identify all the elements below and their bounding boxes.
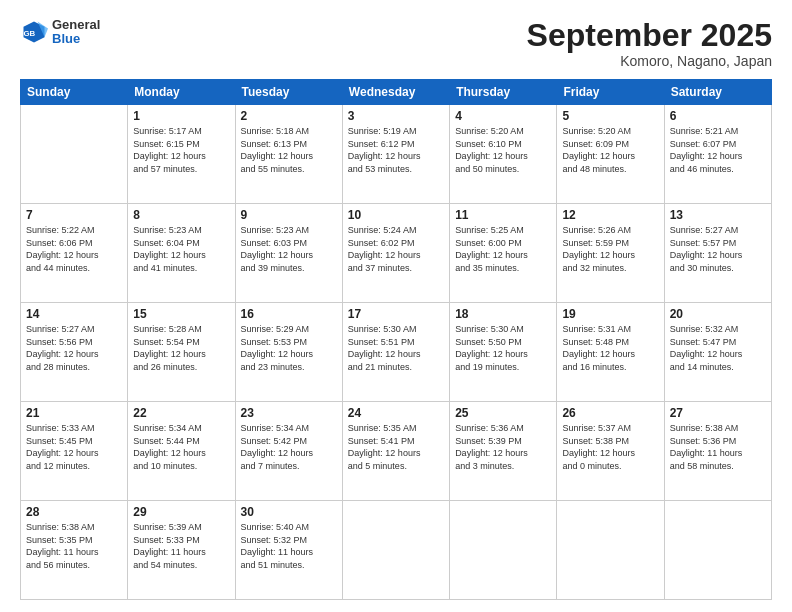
day-info: Sunrise: 5:33 AM Sunset: 5:45 PM Dayligh… xyxy=(26,422,122,472)
calendar-cell: 28Sunrise: 5:38 AM Sunset: 5:35 PM Dayli… xyxy=(21,501,128,600)
calendar-week-row: 28Sunrise: 5:38 AM Sunset: 5:35 PM Dayli… xyxy=(21,501,772,600)
day-number: 14 xyxy=(26,307,122,321)
calendar-cell: 25Sunrise: 5:36 AM Sunset: 5:39 PM Dayli… xyxy=(450,402,557,501)
weekday-header-friday: Friday xyxy=(557,80,664,105)
weekday-header-row: SundayMondayTuesdayWednesdayThursdayFrid… xyxy=(21,80,772,105)
calendar-cell xyxy=(664,501,771,600)
calendar-cell: 7Sunrise: 5:22 AM Sunset: 6:06 PM Daylig… xyxy=(21,204,128,303)
day-info: Sunrise: 5:38 AM Sunset: 5:35 PM Dayligh… xyxy=(26,521,122,571)
day-number: 23 xyxy=(241,406,337,420)
day-number: 24 xyxy=(348,406,444,420)
day-number: 4 xyxy=(455,109,551,123)
day-info: Sunrise: 5:36 AM Sunset: 5:39 PM Dayligh… xyxy=(455,422,551,472)
day-info: Sunrise: 5:35 AM Sunset: 5:41 PM Dayligh… xyxy=(348,422,444,472)
day-number: 3 xyxy=(348,109,444,123)
calendar-cell xyxy=(342,501,449,600)
day-info: Sunrise: 5:30 AM Sunset: 5:50 PM Dayligh… xyxy=(455,323,551,373)
day-info: Sunrise: 5:30 AM Sunset: 5:51 PM Dayligh… xyxy=(348,323,444,373)
calendar-cell xyxy=(21,105,128,204)
title-block: September 2025 Komoro, Nagano, Japan xyxy=(527,18,772,69)
day-number: 5 xyxy=(562,109,658,123)
day-info: Sunrise: 5:17 AM Sunset: 6:15 PM Dayligh… xyxy=(133,125,229,175)
calendar-cell: 2Sunrise: 5:18 AM Sunset: 6:13 PM Daylig… xyxy=(235,105,342,204)
day-info: Sunrise: 5:18 AM Sunset: 6:13 PM Dayligh… xyxy=(241,125,337,175)
calendar-cell: 15Sunrise: 5:28 AM Sunset: 5:54 PM Dayli… xyxy=(128,303,235,402)
day-number: 1 xyxy=(133,109,229,123)
logo-blue-text: Blue xyxy=(52,32,100,46)
day-number: 30 xyxy=(241,505,337,519)
day-info: Sunrise: 5:20 AM Sunset: 6:10 PM Dayligh… xyxy=(455,125,551,175)
day-number: 26 xyxy=(562,406,658,420)
calendar-cell: 17Sunrise: 5:30 AM Sunset: 5:51 PM Dayli… xyxy=(342,303,449,402)
day-info: Sunrise: 5:23 AM Sunset: 6:03 PM Dayligh… xyxy=(241,224,337,274)
weekday-header-tuesday: Tuesday xyxy=(235,80,342,105)
calendar-cell: 19Sunrise: 5:31 AM Sunset: 5:48 PM Dayli… xyxy=(557,303,664,402)
day-info: Sunrise: 5:34 AM Sunset: 5:42 PM Dayligh… xyxy=(241,422,337,472)
calendar-cell: 26Sunrise: 5:37 AM Sunset: 5:38 PM Dayli… xyxy=(557,402,664,501)
day-info: Sunrise: 5:37 AM Sunset: 5:38 PM Dayligh… xyxy=(562,422,658,472)
day-info: Sunrise: 5:21 AM Sunset: 6:07 PM Dayligh… xyxy=(670,125,766,175)
svg-text:GB: GB xyxy=(24,29,36,38)
calendar-cell xyxy=(450,501,557,600)
weekday-header-monday: Monday xyxy=(128,80,235,105)
logo-icon: GB xyxy=(20,18,48,46)
calendar-cell: 18Sunrise: 5:30 AM Sunset: 5:50 PM Dayli… xyxy=(450,303,557,402)
calendar-cell: 16Sunrise: 5:29 AM Sunset: 5:53 PM Dayli… xyxy=(235,303,342,402)
calendar-cell: 29Sunrise: 5:39 AM Sunset: 5:33 PM Dayli… xyxy=(128,501,235,600)
day-info: Sunrise: 5:27 AM Sunset: 5:56 PM Dayligh… xyxy=(26,323,122,373)
day-info: Sunrise: 5:19 AM Sunset: 6:12 PM Dayligh… xyxy=(348,125,444,175)
day-info: Sunrise: 5:39 AM Sunset: 5:33 PM Dayligh… xyxy=(133,521,229,571)
calendar-cell: 20Sunrise: 5:32 AM Sunset: 5:47 PM Dayli… xyxy=(664,303,771,402)
logo: GB General Blue xyxy=(20,18,100,47)
calendar-cell: 4Sunrise: 5:20 AM Sunset: 6:10 PM Daylig… xyxy=(450,105,557,204)
calendar-week-row: 1Sunrise: 5:17 AM Sunset: 6:15 PM Daylig… xyxy=(21,105,772,204)
calendar-cell: 22Sunrise: 5:34 AM Sunset: 5:44 PM Dayli… xyxy=(128,402,235,501)
day-number: 10 xyxy=(348,208,444,222)
day-info: Sunrise: 5:38 AM Sunset: 5:36 PM Dayligh… xyxy=(670,422,766,472)
calendar-cell: 30Sunrise: 5:40 AM Sunset: 5:32 PM Dayli… xyxy=(235,501,342,600)
weekday-header-sunday: Sunday xyxy=(21,80,128,105)
day-number: 27 xyxy=(670,406,766,420)
day-info: Sunrise: 5:32 AM Sunset: 5:47 PM Dayligh… xyxy=(670,323,766,373)
calendar-cell: 10Sunrise: 5:24 AM Sunset: 6:02 PM Dayli… xyxy=(342,204,449,303)
day-info: Sunrise: 5:34 AM Sunset: 5:44 PM Dayligh… xyxy=(133,422,229,472)
calendar-cell: 12Sunrise: 5:26 AM Sunset: 5:59 PM Dayli… xyxy=(557,204,664,303)
calendar-cell: 3Sunrise: 5:19 AM Sunset: 6:12 PM Daylig… xyxy=(342,105,449,204)
day-number: 9 xyxy=(241,208,337,222)
page: GB General Blue September 2025 Komoro, N… xyxy=(0,0,792,612)
calendar-table: SundayMondayTuesdayWednesdayThursdayFrid… xyxy=(20,79,772,600)
day-number: 8 xyxy=(133,208,229,222)
weekday-header-saturday: Saturday xyxy=(664,80,771,105)
calendar-cell: 13Sunrise: 5:27 AM Sunset: 5:57 PM Dayli… xyxy=(664,204,771,303)
calendar-cell: 5Sunrise: 5:20 AM Sunset: 6:09 PM Daylig… xyxy=(557,105,664,204)
calendar-week-row: 21Sunrise: 5:33 AM Sunset: 5:45 PM Dayli… xyxy=(21,402,772,501)
day-number: 18 xyxy=(455,307,551,321)
day-info: Sunrise: 5:24 AM Sunset: 6:02 PM Dayligh… xyxy=(348,224,444,274)
calendar-cell: 8Sunrise: 5:23 AM Sunset: 6:04 PM Daylig… xyxy=(128,204,235,303)
day-info: Sunrise: 5:20 AM Sunset: 6:09 PM Dayligh… xyxy=(562,125,658,175)
calendar-cell: 21Sunrise: 5:33 AM Sunset: 5:45 PM Dayli… xyxy=(21,402,128,501)
day-info: Sunrise: 5:22 AM Sunset: 6:06 PM Dayligh… xyxy=(26,224,122,274)
day-info: Sunrise: 5:27 AM Sunset: 5:57 PM Dayligh… xyxy=(670,224,766,274)
month-title: September 2025 xyxy=(527,18,772,53)
day-info: Sunrise: 5:23 AM Sunset: 6:04 PM Dayligh… xyxy=(133,224,229,274)
day-number: 13 xyxy=(670,208,766,222)
calendar-cell xyxy=(557,501,664,600)
day-info: Sunrise: 5:25 AM Sunset: 6:00 PM Dayligh… xyxy=(455,224,551,274)
calendar-cell: 24Sunrise: 5:35 AM Sunset: 5:41 PM Dayli… xyxy=(342,402,449,501)
calendar-week-row: 14Sunrise: 5:27 AM Sunset: 5:56 PM Dayli… xyxy=(21,303,772,402)
day-info: Sunrise: 5:26 AM Sunset: 5:59 PM Dayligh… xyxy=(562,224,658,274)
day-info: Sunrise: 5:29 AM Sunset: 5:53 PM Dayligh… xyxy=(241,323,337,373)
day-number: 7 xyxy=(26,208,122,222)
day-number: 19 xyxy=(562,307,658,321)
calendar-week-row: 7Sunrise: 5:22 AM Sunset: 6:06 PM Daylig… xyxy=(21,204,772,303)
day-number: 21 xyxy=(26,406,122,420)
calendar-cell: 1Sunrise: 5:17 AM Sunset: 6:15 PM Daylig… xyxy=(128,105,235,204)
day-info: Sunrise: 5:31 AM Sunset: 5:48 PM Dayligh… xyxy=(562,323,658,373)
day-number: 28 xyxy=(26,505,122,519)
location: Komoro, Nagano, Japan xyxy=(527,53,772,69)
logo-text: General Blue xyxy=(52,18,100,47)
calendar-cell: 27Sunrise: 5:38 AM Sunset: 5:36 PM Dayli… xyxy=(664,402,771,501)
day-number: 6 xyxy=(670,109,766,123)
calendar-cell: 6Sunrise: 5:21 AM Sunset: 6:07 PM Daylig… xyxy=(664,105,771,204)
